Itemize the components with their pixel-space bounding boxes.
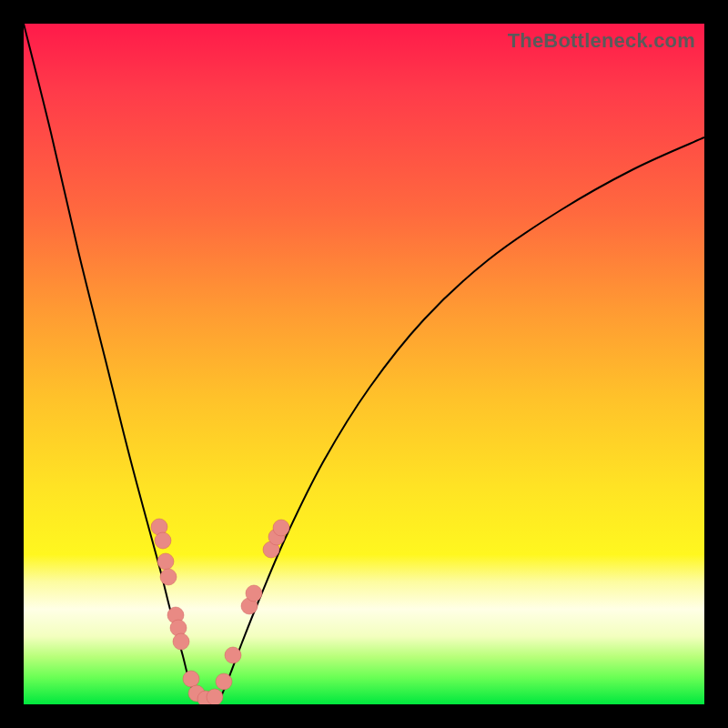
- chart-frame: TheBottleneck.com: [24, 24, 704, 704]
- data-point-6: [173, 633, 189, 650]
- data-point-17: [273, 520, 289, 536]
- curve-layer: [24, 24, 704, 701]
- curve-left-curve: [24, 24, 198, 701]
- data-point-11: [216, 673, 232, 690]
- data-point-10: [207, 689, 223, 704]
- data-point-7: [183, 671, 199, 687]
- dots-layer: [151, 519, 289, 704]
- curve-right-curve: [219, 137, 704, 701]
- data-point-2: [157, 553, 174, 570]
- chart-svg: [24, 24, 704, 704]
- data-point-12: [225, 647, 241, 663]
- data-point-14: [246, 585, 262, 602]
- data-point-1: [155, 532, 171, 549]
- data-point-3: [160, 569, 177, 585]
